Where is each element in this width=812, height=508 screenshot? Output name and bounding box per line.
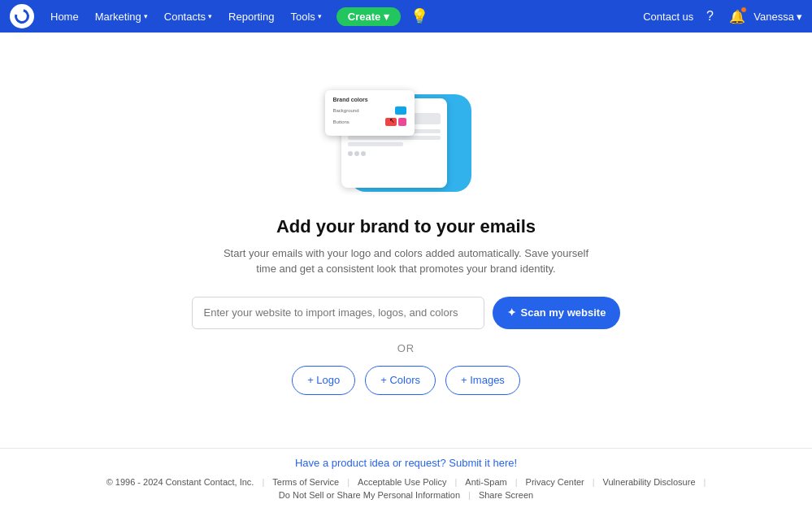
nav-contacts-label: Contacts	[164, 11, 206, 23]
add-colors-button[interactable]: + Colors	[365, 366, 436, 395]
brand-popup-title: Brand colors	[333, 97, 406, 102]
add-logo-button[interactable]: + Logo	[292, 366, 355, 395]
page-headline: Add your brand to your emails	[276, 216, 536, 237]
contact-us-link[interactable]: Contact us	[643, 11, 693, 23]
nav-reporting-label: Reporting	[228, 11, 274, 23]
share-screen-link[interactable]: Share Screen	[479, 490, 533, 500]
nav-tools-label: Tools	[290, 11, 315, 23]
acceptable-use-link[interactable]: Acceptable Use Policy	[358, 477, 446, 487]
privacy-link[interactable]: Privacy Center	[526, 477, 584, 487]
copyright-text: © 1996 - 2024 Constant Contact, Inc.	[106, 477, 254, 487]
question-icon: ?	[706, 9, 714, 24]
pink-swatch	[398, 118, 406, 126]
logo-btn-label: + Logo	[307, 374, 340, 386]
lightbulb-icon[interactable]: 💡	[410, 8, 428, 24]
nav-home-label: Home	[50, 11, 79, 23]
nav-reporting[interactable]: Reporting	[222, 0, 280, 33]
notifications-button[interactable]: 🔔	[726, 5, 749, 28]
notification-badge	[740, 7, 747, 13]
button-swatches: ↖	[385, 118, 406, 126]
buttons-label: Buttons	[333, 119, 350, 124]
anti-spam-link[interactable]: Anti-Spam	[465, 477, 506, 487]
help-button[interactable]: ?	[698, 5, 721, 28]
red-swatch: ↖	[385, 118, 397, 126]
dot	[348, 151, 353, 156]
brand-popup-background-row: Background	[333, 106, 406, 115]
colors-btn-label: + Colors	[380, 374, 420, 386]
chevron-down-icon: ▾	[318, 12, 322, 20]
brand-colors-popup: Brand colors Background Buttons ↖	[325, 90, 415, 136]
user-name: Vanessa	[753, 11, 794, 23]
footer-links: © 1996 - 2024 Constant Contact, Inc. | T…	[0, 474, 812, 508]
product-idea-link[interactable]: Have a product idea or request? Submit i…	[0, 449, 812, 474]
dot	[354, 151, 359, 156]
terms-link[interactable]: Terms of Service	[272, 477, 339, 487]
card-line	[348, 136, 441, 140]
chevron-down-icon: ▾	[144, 12, 148, 20]
brand-illustration: YOUR LOGO Brand colors Background Button…	[325, 86, 488, 200]
nav-contacts[interactable]: Contacts ▾	[158, 0, 219, 33]
main-content: YOUR LOGO Brand colors Background Button…	[0, 33, 812, 448]
nav-marketing-label: Marketing	[95, 11, 141, 23]
logo[interactable]	[10, 4, 34, 28]
create-label: Create	[348, 11, 380, 23]
website-input-row: ✦ Scan my website	[192, 297, 621, 329]
background-swatch	[395, 106, 406, 115]
nav-tools[interactable]: Tools ▾	[284, 0, 328, 33]
chevron-down-icon: ▾	[384, 11, 389, 23]
navbar: Home Marketing ▾ Contacts ▾ Reporting To…	[0, 0, 812, 33]
vulnerability-link[interactable]: Vulnerability Disclosure	[603, 477, 696, 487]
page-subtext: Start your emails with your logo and col…	[224, 245, 589, 277]
background-label: Background	[333, 108, 359, 113]
logo-icon	[12, 7, 33, 27]
add-images-button[interactable]: + Images	[445, 366, 520, 395]
card-dots	[348, 151, 441, 156]
do-not-sell-link[interactable]: Do Not Sell or Share My Personal Informa…	[279, 490, 460, 500]
images-btn-label: + Images	[461, 374, 505, 386]
brand-popup-buttons-row: Buttons ↖	[333, 118, 406, 126]
card-line-short	[348, 142, 403, 146]
website-input[interactable]	[192, 297, 484, 329]
cursor-icon: ↖	[389, 117, 395, 124]
chevron-down-icon: ▾	[797, 11, 802, 23]
scan-label: Scan my website	[521, 306, 606, 319]
create-button[interactable]: Create ▾	[337, 7, 401, 26]
footer: Have a product idea or request? Submit i…	[0, 448, 812, 508]
dot	[361, 151, 366, 156]
or-separator: OR	[397, 342, 415, 354]
nav-home[interactable]: Home	[44, 0, 85, 33]
scan-icon: ✦	[507, 306, 516, 319]
scan-button[interactable]: ✦ Scan my website	[493, 297, 621, 329]
chevron-down-icon: ▾	[208, 12, 212, 20]
action-buttons-row: + Logo + Colors + Images	[292, 366, 520, 395]
user-menu[interactable]: Vanessa ▾	[753, 11, 802, 23]
nav-marketing[interactable]: Marketing ▾	[89, 0, 154, 33]
